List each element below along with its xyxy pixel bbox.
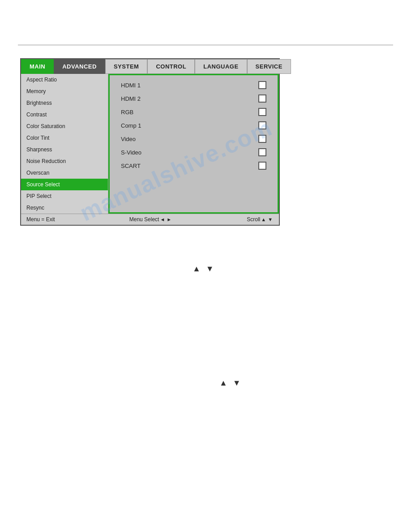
sidebar: Aspect Ratio Memory Brightness Contrast … (21, 74, 108, 214)
source-label-rgb: RGB (121, 109, 133, 116)
menu-select-right-arrow[interactable]: ► (166, 217, 172, 222)
ui-container: MAIN ADVANCED SYSTEM CONTROL LANGUAGE SE… (20, 58, 280, 226)
checkbox-hdmi2[interactable] (258, 94, 266, 103)
source-label-comp1: Comp 1 (121, 122, 141, 129)
tab-language[interactable]: LANGUAGE (195, 59, 247, 74)
tab-main[interactable]: MAIN (21, 59, 54, 74)
source-label-svideo: S-Video (121, 149, 141, 156)
checkbox-svideo[interactable] (258, 148, 266, 156)
menu-select-left-arrow[interactable]: ◄ (159, 217, 166, 222)
sidebar-item-source-select[interactable]: Source Select (21, 179, 108, 190)
tab-bar: MAIN ADVANCED SYSTEM CONTROL LANGUAGE SE… (21, 59, 279, 74)
checkbox-comp1[interactable] (258, 121, 266, 129)
scroll-arrows-group-2: ▲ ▼ (219, 378, 241, 388)
tab-system[interactable]: SYSTEM (105, 59, 147, 74)
top-divider (18, 45, 393, 45)
content-panel: HDMI 1 HDMI 2 RGB Comp 1 Video S-Video (108, 74, 279, 214)
source-row-hdmi1: HDMI 1 (116, 80, 271, 90)
sidebar-item-memory[interactable]: Memory (21, 86, 108, 97)
status-bar: Menu = Exit Menu Select ◄ ► Scroll ▲ ▼ (21, 214, 279, 225)
scroll-down-icon-1[interactable]: ▼ (206, 264, 214, 274)
source-row-rgb: RGB (116, 107, 271, 117)
scroll-arrows-group-1: ▲ ▼ (193, 264, 214, 274)
sidebar-item-resync[interactable]: Resync (21, 202, 108, 214)
sidebar-item-noise-reduction[interactable]: Noise Reduction (21, 155, 108, 167)
tab-control[interactable]: CONTROL (147, 59, 195, 74)
sidebar-item-sharpness[interactable]: Sharpness (21, 144, 108, 155)
ui-body: Aspect Ratio Memory Brightness Contrast … (21, 74, 279, 214)
checkbox-rgb[interactable] (258, 108, 266, 116)
sidebar-item-contrast[interactable]: Contrast (21, 109, 108, 120)
sidebar-item-pip-select[interactable]: PIP Select (21, 190, 108, 202)
source-row-comp1: Comp 1 (116, 120, 271, 131)
source-label-hdmi1: HDMI 1 (121, 82, 141, 89)
source-row-video: Video (116, 133, 271, 144)
source-row-hdmi2: HDMI 2 (116, 93, 271, 104)
sidebar-item-color-saturation[interactable]: Color Saturation (21, 120, 108, 132)
checkbox-hdmi1[interactable] (258, 81, 266, 89)
scroll-label: Scroll (247, 216, 260, 223)
source-row-scart: SCART (116, 160, 271, 171)
checkbox-scart[interactable] (258, 162, 266, 170)
tab-advanced[interactable]: ADVANCED (54, 59, 105, 74)
menu-exit-label: Menu = Exit (26, 216, 55, 223)
scroll-down-arrow[interactable]: ▼ (267, 217, 274, 222)
tab-service[interactable]: SERVICE (247, 59, 291, 74)
source-label-hdmi2: HDMI 2 (121, 95, 141, 102)
source-label-video: Video (121, 136, 136, 142)
scroll-up-icon-1[interactable]: ▲ (193, 264, 201, 274)
sidebar-item-overscan[interactable]: Overscan (21, 167, 108, 179)
menu-select-label: Menu Select (129, 216, 159, 223)
scroll-up-icon-2[interactable]: ▲ (219, 378, 227, 388)
scroll-down-icon-2[interactable]: ▼ (233, 378, 241, 388)
source-row-svideo: S-Video (116, 147, 271, 158)
sidebar-item-aspect-ratio[interactable]: Aspect Ratio (21, 74, 108, 86)
checkbox-video[interactable] (258, 135, 266, 143)
scroll-up-arrow[interactable]: ▲ (260, 217, 267, 222)
source-label-scart: SCART (121, 163, 141, 169)
sidebar-item-color-tint[interactable]: Color Tint (21, 132, 108, 144)
sidebar-item-brightness[interactable]: Brightness (21, 97, 108, 109)
